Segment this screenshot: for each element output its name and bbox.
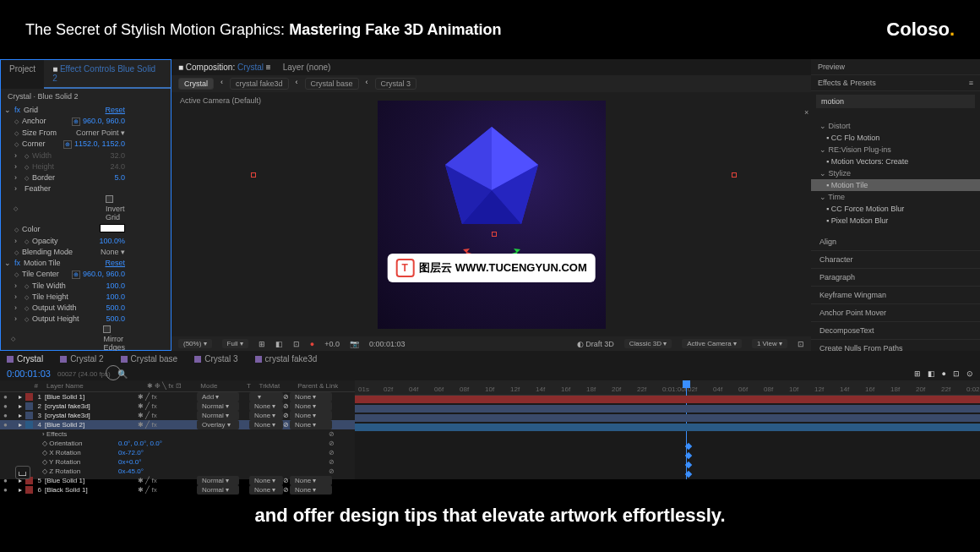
prop-opacity[interactable]: Opacity [32, 237, 58, 245]
layer-property[interactable]: ◇ X Rotation0x-72.0°⊘ [0, 448, 355, 457]
parent-dropdown[interactable]: None ▾ [290, 402, 332, 411]
layer-row[interactable]: ●▸1[Blue Solid 1]✱ ╱ fxAdd ▾ ▾⊘None ▾ [0, 392, 355, 402]
stopwatch-icon[interactable] [24, 292, 29, 301]
effects-search-input[interactable] [816, 95, 975, 108]
panel-preview[interactable]: Preview [811, 59, 980, 75]
parent-dropdown[interactable]: None ▾ [290, 392, 332, 402]
camera-dropdown[interactable]: Active Camera ▾ [682, 339, 742, 348]
visibility-icon[interactable]: ● [3, 421, 12, 429]
stopwatch-icon[interactable] [11, 334, 15, 342]
label-color[interactable] [25, 421, 33, 429]
layer-row[interactable]: ●▸5[Blue Solid 1]✱ ╱ fxNormal ▾None ▾⊘No… [0, 476, 355, 485]
prop-feather[interactable]: Feather [24, 184, 51, 193]
exposure-value[interactable]: +0.0 [324, 340, 340, 348]
track-row[interactable] [355, 442, 980, 451]
effect-grid[interactable]: Grid [24, 106, 38, 114]
stopwatch-icon[interactable] [14, 204, 18, 212]
side-panel-item[interactable]: Anchor Point Mover [811, 304, 980, 322]
keyframe-icon[interactable] [685, 462, 692, 468]
track-row[interactable] [355, 470, 980, 479]
effect-item[interactable]: ▪ Pixel Motion Blur [811, 215, 980, 227]
channel-icon[interactable]: ● [310, 340, 314, 348]
effect-item[interactable]: ▪ CC Flo Motion [811, 132, 980, 144]
layer-row[interactable]: ●▸2[crystal fake3d]✱ ╱ fxNormal ▾None ▾⊘… [0, 402, 355, 411]
composition-viewport[interactable]: Active Camera (Default) [172, 92, 811, 336]
bc-crystal[interactable]: Crystal [178, 78, 214, 90]
effect-item[interactable]: ▪ CC Force Motion Blur [811, 203, 980, 215]
stopwatch-icon[interactable] [24, 281, 29, 290]
effect-group[interactable]: ⌄ Time [811, 191, 980, 203]
prop-tile-height[interactable]: Tile Height [32, 292, 68, 301]
track-row[interactable] [355, 433, 980, 442]
prop-tile-width[interactable]: Tile Width [32, 281, 66, 290]
stopwatch-icon[interactable] [14, 128, 19, 137]
track-row[interactable] [355, 461, 980, 470]
track-row[interactable] [355, 414, 980, 424]
prop-blending[interactable]: Blending Mode [22, 248, 73, 256]
effect-group[interactable]: ⌄ Distort [811, 120, 980, 132]
prop-output-height[interactable]: Output Height [32, 314, 79, 323]
label-color[interactable] [25, 486, 33, 494]
layer-row[interactable]: ●▸3[crystal fake3d]✱ ╱ fxNormal ▾None ▾⊘… [0, 411, 355, 420]
snapshot-icon[interactable]: 📷 [350, 340, 359, 348]
prop-color[interactable]: Color [22, 225, 41, 233]
bc-base[interactable]: Crystal base [305, 78, 359, 90]
side-panel-item[interactable]: DecomposeText [811, 322, 980, 340]
layer-property[interactable]: ◇ Z Rotation0x-45.0°⊘ [0, 467, 355, 476]
timeline-tab[interactable]: Crystal base [121, 354, 178, 363]
current-timecode[interactable]: 0:00:01:03 [7, 369, 51, 379]
phase-dial[interactable] [106, 365, 121, 380]
mode-dropdown[interactable]: Normal ▾ [197, 485, 239, 495]
stopwatch-icon[interactable] [24, 303, 29, 312]
tl-tool-icon[interactable]: ⊞ [914, 369, 921, 378]
resolution-dropdown[interactable]: Full ▾ [222, 339, 248, 348]
mode-dropdown[interactable]: Normal ▾ [197, 476, 239, 485]
trkmat-dropdown[interactable]: None ▾ [249, 402, 283, 411]
viewport-options-icon[interactable]: ⊡ [798, 340, 804, 348]
grid-icon[interactable]: ⊞ [259, 340, 265, 348]
layer-property[interactable]: ◇ Y Rotation0x+0.0°⊘ [0, 457, 355, 467]
keyframe-icon[interactable] [685, 452, 692, 459]
keyframe-icon[interactable] [685, 471, 692, 478]
visibility-icon[interactable]: ● [3, 486, 12, 494]
tab-composition[interactable]: ■ Composition: Crystal ≡ [178, 63, 271, 72]
timeline-tab[interactable]: crystal fake3d [255, 354, 318, 363]
effect-item[interactable]: ▪ Motion Vectors: Create [811, 156, 980, 167]
mode-dropdown[interactable]: Normal ▾ [197, 402, 239, 411]
track-row[interactable] [355, 424, 980, 433]
reset-grid[interactable]: Reset [105, 106, 167, 114]
stopwatch-icon[interactable] [14, 139, 19, 148]
mode-dropdown[interactable]: Add ▾ [197, 392, 239, 402]
handle-icon[interactable] [492, 232, 497, 237]
guide-icon[interactable]: ⊡ [293, 340, 300, 348]
prop-anchor[interactable]: Anchor [22, 117, 46, 125]
parent-dropdown[interactable]: None ▾ [290, 485, 332, 495]
stopwatch-icon[interactable] [24, 151, 29, 160]
zoom-dropdown[interactable]: (50%) ▾ [178, 339, 212, 348]
layer-property[interactable]: ◇ Orientation0.0°, 0.0°, 0.0°⊘ [0, 439, 355, 448]
track-row[interactable] [355, 396, 980, 405]
tl-tool-icon[interactable]: ⊡ [953, 369, 960, 378]
label-color[interactable] [25, 402, 33, 410]
trkmat-dropdown[interactable]: None ▾ [249, 485, 283, 495]
stopwatch-icon[interactable] [14, 225, 19, 233]
track-row[interactable] [355, 451, 980, 461]
timeline-tab[interactable]: Crystal [7, 354, 43, 363]
views-dropdown[interactable]: 1 View ▾ [752, 339, 787, 348]
effect-group[interactable]: ⌄ Stylize [811, 167, 980, 179]
mask-icon[interactable]: ◧ [275, 340, 283, 348]
label-color[interactable] [25, 412, 33, 419]
layer-property[interactable]: › Effects⊘ [0, 429, 355, 439]
prop-output-width[interactable]: Output Width [32, 303, 77, 312]
stopwatch-icon[interactable] [14, 270, 19, 278]
visibility-icon[interactable]: ● [3, 412, 12, 419]
mode-dropdown[interactable]: Normal ▾ [197, 411, 239, 420]
tab-effect-controls[interactable]: ■ Effect Controls Blue Solid 2 [44, 60, 171, 89]
parent-dropdown[interactable]: None ▾ [290, 476, 332, 485]
stopwatch-icon[interactable] [14, 248, 19, 256]
stopwatch-icon[interactable] [24, 237, 29, 245]
tl-tool-icon[interactable]: ◧ [928, 369, 935, 378]
track-row[interactable] [355, 405, 980, 414]
layer-row[interactable]: ●▸4[Blue Solid 2]✱ ╱ fxOverlay ▾None ▾⊘N… [0, 420, 355, 429]
stopwatch-icon[interactable] [24, 314, 29, 323]
